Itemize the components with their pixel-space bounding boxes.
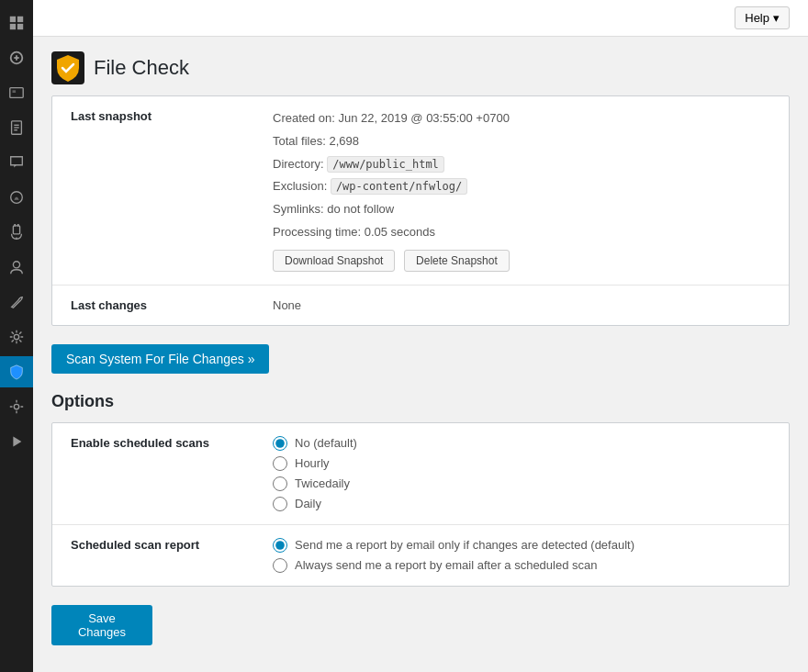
report-radio-changes[interactable] bbox=[273, 538, 287, 553]
processing-time: Processing time: 0.05 seconds bbox=[273, 223, 770, 242]
options-title: Options bbox=[51, 392, 790, 411]
sidebar-item-settings[interactable] bbox=[0, 321, 33, 353]
svg-rect-7 bbox=[10, 88, 23, 98]
report-option-always-label: Always send me a report by email after a… bbox=[295, 558, 598, 572]
save-options-button[interactable]: Save Changes bbox=[51, 605, 152, 645]
snapshot-card: Last snapshot Created on: Jun 22, 2019 @… bbox=[51, 95, 790, 326]
page-title: File Check bbox=[94, 56, 189, 80]
sidebar-item-tools[interactable] bbox=[0, 286, 33, 318]
main-content: Help ▾ File Check Last snapshot Create bbox=[33, 0, 808, 672]
report-option-changes-label: Send me a report by email only if change… bbox=[295, 538, 634, 552]
svg-point-19 bbox=[14, 334, 18, 339]
created-on: Created on: Jun 22, 2019 @ 03:55:00 +070… bbox=[273, 109, 770, 129]
report-option-changes[interactable]: Send me a report by email only if change… bbox=[273, 538, 770, 553]
scan-option-hourly-label: Hourly bbox=[295, 456, 330, 470]
snapshot-label: Last snapshot bbox=[52, 96, 254, 285]
scan-option-hourly[interactable]: Hourly bbox=[273, 456, 770, 471]
sidebar-item-posts[interactable] bbox=[0, 42, 33, 73]
sidebar-item-media[interactable] bbox=[0, 77, 33, 108]
filecheck-logo-icon bbox=[51, 51, 84, 84]
scan-option-no-default-label: No (default) bbox=[295, 436, 357, 450]
total-files: Total files: 2,698 bbox=[273, 132, 770, 151]
sidebar-item-users[interactable] bbox=[0, 252, 33, 283]
scan-option-daily-label: Daily bbox=[295, 497, 321, 510]
svg-rect-14 bbox=[13, 226, 19, 234]
download-snapshot-button[interactable]: Download Snapshot bbox=[273, 250, 395, 272]
changes-text: None bbox=[273, 298, 301, 312]
exclusion-label: Exclusion: bbox=[273, 179, 327, 193]
scan-option-daily[interactable]: Daily bbox=[273, 497, 770, 511]
scan-radio-twicedaily[interactable] bbox=[273, 476, 287, 491]
svg-marker-21 bbox=[13, 437, 21, 447]
snapshot-value: Created on: Jun 22, 2019 @ 03:55:00 +070… bbox=[254, 96, 789, 285]
svg-point-20 bbox=[14, 404, 18, 409]
options-card: Enable scheduled scans No (default) bbox=[51, 422, 790, 587]
chevron-down-icon: ▾ bbox=[773, 11, 780, 25]
svg-point-18 bbox=[13, 262, 19, 268]
scan-report-options: Send me a report by email only if change… bbox=[254, 524, 789, 586]
delete-snapshot-button[interactable]: Delete Snapshot bbox=[404, 250, 510, 272]
sidebar-item-dashboard[interactable] bbox=[0, 7, 33, 39]
svg-rect-2 bbox=[10, 24, 16, 29]
snapshot-buttons: Download Snapshot Delete Snapshot bbox=[273, 250, 770, 272]
options-section: Options Enable scheduled scans No (defau… bbox=[51, 392, 790, 645]
scan-report-radio-group: Send me a report by email only if change… bbox=[273, 538, 770, 573]
svg-rect-3 bbox=[17, 24, 23, 29]
svg-rect-8 bbox=[13, 90, 17, 93]
sidebar bbox=[0, 0, 33, 672]
report-radio-always[interactable] bbox=[273, 558, 287, 573]
scan-system-button[interactable]: Scan System For File Changes » bbox=[51, 344, 269, 374]
help-button[interactable]: Help ▾ bbox=[735, 6, 790, 29]
changes-value: None bbox=[254, 285, 789, 325]
exclusion-line: Exclusion: /wp-content/nfwlog/ bbox=[273, 177, 770, 196]
sidebar-item-filecheck[interactable] bbox=[0, 356, 33, 387]
page-header: File Check bbox=[33, 37, 808, 95]
sidebar-item-plugins[interactable] bbox=[0, 217, 33, 248]
scheduled-scans-row: Enable scheduled scans No (default) bbox=[52, 423, 789, 525]
changes-row: Last changes None bbox=[52, 285, 789, 325]
scan-radio-hourly[interactable] bbox=[273, 456, 287, 471]
snapshot-table: Last snapshot Created on: Jun 22, 2019 @… bbox=[52, 96, 789, 325]
sidebar-item-media2[interactable] bbox=[0, 426, 33, 457]
content-area: Last snapshot Created on: Jun 22, 2019 @… bbox=[33, 95, 808, 672]
scan-option-no-default[interactable]: No (default) bbox=[273, 436, 770, 451]
scan-radio-no-default[interactable] bbox=[273, 436, 287, 451]
svg-rect-1 bbox=[17, 17, 23, 22]
options-table: Enable scheduled scans No (default) bbox=[52, 423, 789, 586]
scheduled-scans-options: No (default) Hourly Twicedaily bbox=[254, 423, 789, 525]
svg-rect-0 bbox=[10, 17, 16, 22]
sidebar-item-appearance[interactable] bbox=[0, 182, 33, 213]
help-label: Help bbox=[745, 11, 769, 25]
topbar: Help ▾ bbox=[33, 0, 808, 37]
scheduled-scans-label: Enable scheduled scans bbox=[52, 423, 254, 525]
sidebar-item-settings2[interactable] bbox=[0, 391, 33, 422]
directory-line: Directory: /www/public_html bbox=[273, 155, 770, 174]
sidebar-item-pages[interactable] bbox=[0, 112, 33, 143]
scan-radio-daily[interactable] bbox=[273, 497, 287, 511]
scan-option-twicedaily-label: Twicedaily bbox=[295, 476, 350, 490]
scan-report-label: Scheduled scan report bbox=[52, 524, 254, 586]
scheduled-scans-radio-group: No (default) Hourly Twicedaily bbox=[273, 436, 770, 511]
sidebar-item-comments[interactable] bbox=[0, 147, 33, 178]
directory-value: /www/public_html bbox=[327, 156, 444, 173]
report-option-always[interactable]: Always send me a report by email after a… bbox=[273, 558, 770, 573]
exclusion-value: /wp-content/nfwlog/ bbox=[331, 178, 467, 195]
changes-label: Last changes bbox=[52, 285, 254, 325]
scan-option-twicedaily[interactable]: Twicedaily bbox=[273, 476, 770, 491]
symlinks: Symlinks: do not follow bbox=[273, 200, 770, 219]
snapshot-row: Last snapshot Created on: Jun 22, 2019 @… bbox=[52, 96, 789, 285]
scan-report-row: Scheduled scan report Send me a report b… bbox=[52, 524, 789, 586]
directory-label: Directory: bbox=[273, 157, 324, 171]
